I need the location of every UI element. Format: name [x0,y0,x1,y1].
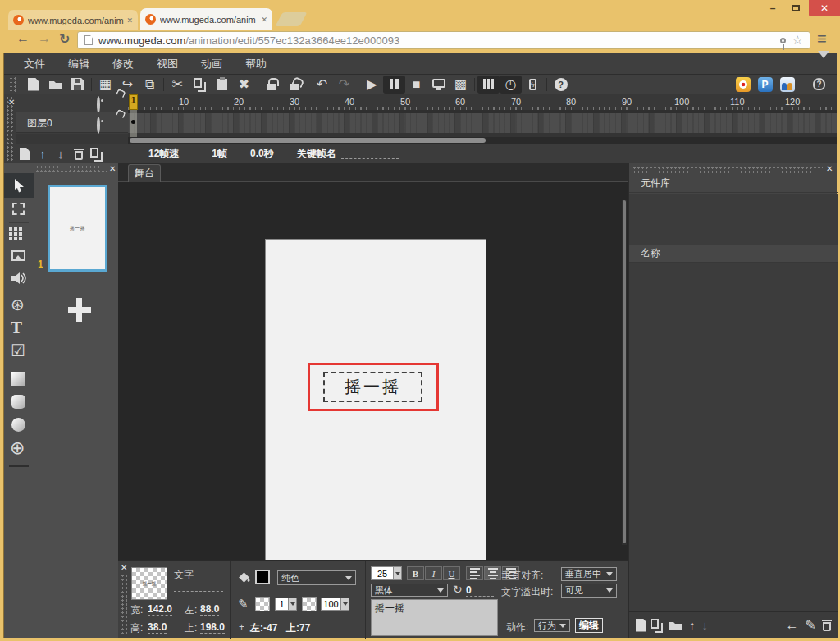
underline-button[interactable]: U [443,566,460,580]
library-edit-pencil-icon[interactable]: ✎ [806,617,816,633]
qr-code-icon[interactable]: ▩ [450,76,472,94]
opacity-spinner[interactable]: 100 [321,598,349,611]
transform-tool[interactable] [12,203,25,215]
maximize-button[interactable] [786,0,806,16]
layer-name[interactable]: 图层0 [27,117,52,130]
close-library-icon[interactable]: ✕ [826,164,833,173]
page-thumbnail[interactable]: 摇一摇 [48,185,107,272]
preview-monitor-icon[interactable] [427,76,450,94]
cut-icon[interactable]: ✂ [167,76,189,94]
paste-icon[interactable] [211,76,233,94]
edit-action-button[interactable]: 编辑 [575,618,603,633]
close-tab-icon[interactable]: ✕ [261,16,267,24]
width-value[interactable]: 142.0 [148,603,172,616]
bold-button[interactable]: B [407,566,424,580]
rotate-icon[interactable]: ↻ [453,583,463,596]
select-tool-active[interactable] [4,173,34,198]
close-timeline-icon[interactable]: ✕ [8,98,15,107]
new-layer-icon[interactable] [16,148,34,160]
overflow-select[interactable]: 可见 [561,584,617,598]
text-content-area[interactable]: 摇一摇 [371,599,498,636]
fill-type-select[interactable]: 纯色 [277,570,356,585]
new-tab-button[interactable] [275,12,307,26]
move-layer-down-icon[interactable]: ↓ [52,147,70,161]
align-left-button[interactable] [466,566,483,580]
menu-animation[interactable]: 动画 [201,57,222,71]
library-drag-handle[interactable] [632,166,823,173]
stage-vscroll-thumb[interactable] [623,200,626,543]
stage-canvas[interactable]: 摇一摇 [265,239,486,585]
font-family-select[interactable]: 黑体 [371,584,448,597]
timeline-clock-icon[interactable]: ◷ [500,76,522,94]
rotation-value[interactable]: 0 [466,584,494,597]
delete-layer-icon[interactable] [70,149,88,160]
delete-icon[interactable]: ✖ [233,76,255,94]
browser-tab-1[interactable]: www.mugeda.com/anim ✕ [8,10,138,30]
text-element[interactable]: 摇一摇 [323,372,422,402]
library-list[interactable] [629,263,838,611]
library-new-folder-icon[interactable] [668,620,682,630]
checkbox-tool[interactable]: ☑ [11,341,25,360]
menu-view[interactable]: 视图 [157,57,178,71]
layer-eye-icon[interactable] [97,118,100,133]
stroke-color-swatch[interactable] [255,597,270,611]
menu-help[interactable]: 帮助 [245,57,267,71]
back-icon[interactable]: ← [16,31,30,46]
rectangle-tool[interactable] [11,372,25,386]
password-key-icon[interactable] [780,38,786,43]
tips-bulb-icon[interactable]: ? [808,76,830,94]
library-back-icon[interactable]: ← [786,618,799,633]
frames-area[interactable]: 10 20 30 40 50 60 70 80 90 100 110 120 1 [128,94,837,144]
tab-stage[interactable]: 舞台 [128,164,161,182]
pages-drag-handle[interactable] [35,165,107,172]
playhead[interactable]: 1 [129,94,138,110]
font-size-spinner[interactable]: 25 [371,566,402,580]
x-value[interactable]: 88.0 [200,603,219,616]
browser-tab-2-active[interactable]: www.mugeda.com/anim ✕ [140,8,272,30]
properties-drag-handle[interactable] [121,574,127,634]
close-pages-icon[interactable]: ✕ [109,164,116,173]
rounded-rect-tool[interactable] [11,395,25,409]
visibility-column-eye-icon[interactable] [97,98,100,112]
action-type-select[interactable]: 行为 [534,619,570,632]
close-button[interactable]: ✕ [809,0,840,16]
frame-ruler[interactable]: 10 20 30 40 50 60 70 80 90 100 110 120 [128,94,837,110]
stop-icon[interactable]: ■ [405,76,427,94]
library-duplicate-icon[interactable] [653,621,661,629]
library-name-header[interactable]: 名称 [629,245,838,263]
timeline-hscroll-thumb[interactable] [130,138,486,143]
copy-icon[interactable] [189,76,211,94]
group-shapes-icon[interactable]: ⧉ [139,76,161,94]
image-tool[interactable] [11,250,25,261]
menu-modify[interactable]: 修改 [112,57,134,71]
duplicate-layer-icon[interactable] [88,150,106,158]
collapse-panel-icon[interactable] [818,58,829,73]
library-move-down-icon[interactable]: ↓ [702,618,709,632]
stage-vscroll-track[interactable] [622,200,627,545]
valign-select[interactable]: 垂直居中 [561,567,617,581]
italic-button[interactable]: I [425,566,442,580]
weibo-share-icon[interactable] [732,76,754,94]
menu-edit[interactable]: 编辑 [68,57,89,71]
layer-frames-row[interactable] [128,113,837,133]
properties-sliders-icon[interactable] [477,76,500,94]
qq-friends-share-icon[interactable] [776,76,798,94]
stroke-width-spinner[interactable]: 1 [275,598,297,611]
library-grid-icon[interactable]: ▦ [94,76,116,94]
library-move-up-icon[interactable]: ↑ [689,618,696,632]
keyframe-dot[interactable] [131,120,135,124]
lock-icon[interactable] [261,76,283,94]
align-center-button[interactable] [484,566,501,580]
opacity-swatch[interactable] [302,597,317,611]
move-layer-up-icon[interactable]: ↑ [34,147,52,161]
object-name-input[interactable] [174,582,223,592]
forward-icon[interactable]: → [38,31,51,46]
close-properties-icon[interactable]: ✕ [121,563,127,572]
library-new-icon[interactable] [636,619,646,632]
fps-value[interactable]: 12帧速 [148,147,179,161]
reload-icon[interactable]: ↻ [59,31,70,47]
pause-icon[interactable] [383,76,405,94]
battery-charge-icon[interactable]: ϟ [522,76,544,94]
minimize-button[interactable]: – [763,0,783,16]
undo-icon[interactable]: ↶ [311,76,333,94]
